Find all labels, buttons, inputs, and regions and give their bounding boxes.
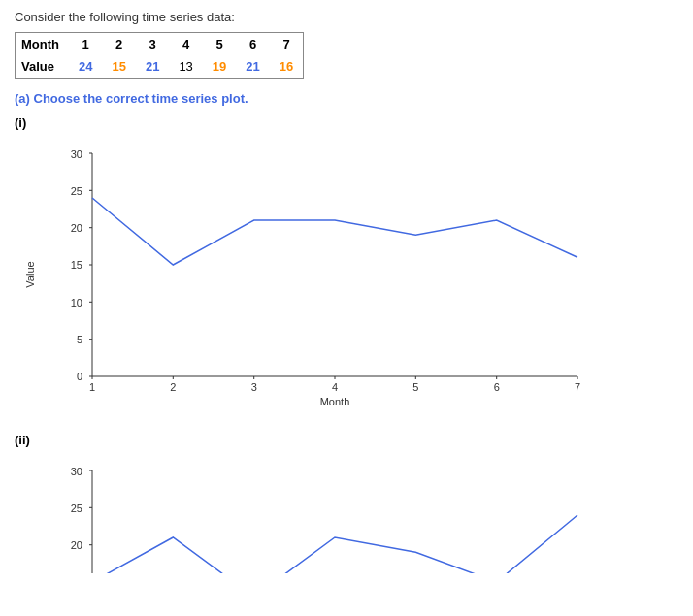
intro-text: Consider the following time series data: (15, 10, 678, 24)
svg-text:1: 1 (89, 381, 95, 393)
value-label: Value (16, 55, 69, 79)
chart1-x-label: Month (320, 396, 350, 407)
value-1: 24 (69, 55, 102, 79)
svg-text:15: 15 (71, 259, 82, 271)
svg-text:25: 25 (71, 185, 82, 197)
chart2-label: (ii) (15, 433, 678, 447)
chart1-y-label: Value (24, 261, 36, 287)
chart2-container: lue 0 5 10 15 20 25 30 1 2 3 (34, 451, 678, 573)
month-4: 4 (169, 33, 202, 56)
svg-text:10: 10 (71, 297, 82, 308)
chart1-section: (i) Value 0 5 10 15 20 25 30 (15, 115, 678, 415)
part-a-label: (a) Choose the correct time series plot. (15, 91, 248, 106)
month-6: 6 (236, 33, 269, 56)
svg-text:25: 25 (71, 503, 82, 514)
value-3: 21 (136, 55, 169, 79)
svg-text:4: 4 (332, 381, 338, 393)
month-2: 2 (102, 33, 135, 56)
chart2-line (92, 515, 578, 573)
svg-text:30: 30 (71, 148, 82, 160)
svg-text:7: 7 (575, 381, 580, 393)
data-table: Month 1 2 3 4 5 6 7 Value 24 15 21 13 19… (15, 32, 304, 79)
chart2-svg: 0 5 10 15 20 25 30 1 2 3 4 5 6 7 (34, 451, 616, 573)
svg-text:0: 0 (77, 371, 82, 382)
month-label: Month (16, 33, 69, 56)
chart1-label: (i) (15, 115, 678, 130)
part-a-section: (a) Choose the correct time series plot. (15, 90, 678, 106)
value-4: 13 (169, 55, 202, 79)
value-2: 15 (102, 55, 135, 79)
svg-text:20: 20 (71, 539, 82, 551)
value-5: 19 (203, 55, 236, 79)
chart1-svg: 0 5 10 15 20 25 30 1 2 3 4 5 6 7 (34, 134, 616, 415)
month-5: 5 (203, 33, 236, 56)
month-1: 1 (69, 33, 102, 56)
chart1-container: Value 0 5 10 15 20 25 30 (34, 134, 678, 415)
svg-text:6: 6 (494, 381, 500, 393)
value-7: 16 (270, 55, 304, 79)
chart2-section: (ii) lue 0 5 10 15 20 25 30 1 2 (15, 433, 678, 573)
svg-text:3: 3 (251, 381, 257, 393)
chart1-line (92, 198, 578, 265)
svg-text:20: 20 (71, 222, 82, 234)
svg-text:5: 5 (412, 381, 418, 393)
value-6: 21 (236, 55, 269, 79)
svg-text:30: 30 (71, 466, 82, 477)
svg-text:5: 5 (77, 334, 82, 345)
month-3: 3 (136, 33, 169, 56)
svg-text:2: 2 (170, 381, 176, 393)
month-7: 7 (270, 33, 304, 56)
